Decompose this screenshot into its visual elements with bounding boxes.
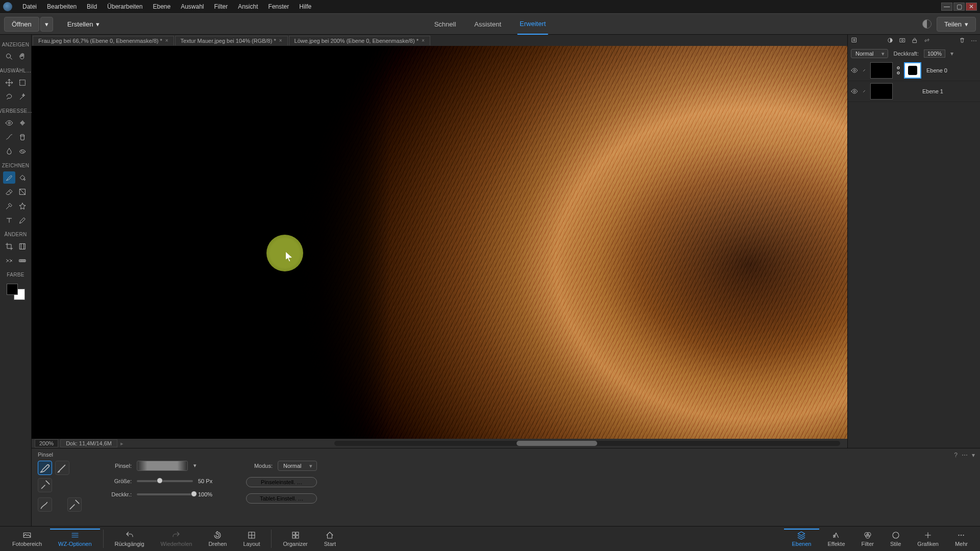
filters-tab-button[interactable]: Filter [853, 530, 882, 548]
window-maximize-button[interactable]: ▢ [953, 3, 965, 11]
menu-datei[interactable]: Datei [17, 3, 42, 10]
mode-expert[interactable]: Erweitert [518, 14, 548, 35]
opacity-slider[interactable] [137, 493, 193, 495]
crop-tool-icon[interactable] [3, 240, 15, 253]
brush-settings-button[interactable]: Pinseleinstell. … [246, 477, 317, 487]
doctab-textur[interactable]: Textur Mauer.jpeg bei 104% (RGB/8) *× [175, 36, 288, 45]
zoom-tool-icon[interactable] [3, 51, 15, 63]
open-button[interactable]: Öffnen [4, 17, 39, 32]
menu-filter[interactable]: Filter [209, 3, 233, 10]
recompose-tool-icon[interactable] [16, 240, 29, 253]
zoom-field[interactable]: 200% [35, 439, 58, 447]
brush-variant-3-icon[interactable] [38, 478, 52, 492]
link-icon[interactable] [861, 67, 867, 73]
layer-opacity-value[interactable]: 100% [924, 49, 945, 58]
close-icon[interactable]: × [279, 38, 282, 43]
brush-variant-1-icon[interactable] [38, 461, 52, 475]
clone-stamp-tool-icon[interactable] [16, 131, 29, 143]
undo-button[interactable]: Rückgängig [107, 530, 153, 548]
menu-fenster[interactable]: Fenster [263, 3, 295, 10]
sponge-tool-icon[interactable] [16, 145, 29, 158]
create-button[interactable]: Erstellen ▾ [60, 17, 107, 31]
marquee-tool-icon[interactable] [16, 77, 29, 89]
tablet-settings-button[interactable]: Tablet-Einstell. … [246, 493, 317, 504]
help-icon[interactable]: ? [954, 452, 958, 459]
brush-preset-dropdown[interactable] [137, 461, 188, 471]
link-layers-icon[interactable] [923, 37, 930, 45]
tool-options-button[interactable]: WZ-Optionen [50, 529, 100, 548]
layer-thumbnail[interactable] [870, 62, 893, 79]
mode-quick[interactable]: Schnell [432, 14, 458, 34]
new-layer-icon[interactable] [851, 37, 858, 45]
eraser-tool-icon[interactable] [3, 186, 15, 198]
layer-mask-thumbnail[interactable] [904, 62, 921, 79]
open-dropdown[interactable]: ▾ [40, 17, 53, 32]
type-tool-icon[interactable] [3, 214, 15, 227]
panel-menu-icon[interactable]: ⋯ [971, 37, 977, 44]
theme-toggle-icon[interactable] [922, 19, 932, 29]
chevron-down-icon[interactable]: ▾ [950, 50, 953, 57]
layer-mask-icon[interactable] [899, 37, 906, 45]
layers-tab-button[interactable]: Ebenen [784, 529, 820, 548]
canvas[interactable] [32, 46, 847, 439]
link-icon[interactable] [861, 88, 867, 94]
home-button[interactable]: Start [316, 530, 344, 548]
content-aware-tool-icon[interactable] [3, 255, 15, 267]
lasso-tool-icon[interactable] [3, 91, 15, 103]
chevron-right-icon[interactable]: ▸ [120, 440, 124, 447]
menu-hilfe[interactable]: Hilfe [294, 3, 316, 10]
share-button[interactable]: Teilen ▾ [937, 17, 976, 32]
styles-tab-button[interactable]: Stile [882, 530, 909, 548]
window-close-button[interactable]: ✕ [966, 3, 977, 11]
foreground-color[interactable] [7, 284, 18, 295]
size-slider[interactable] [137, 480, 193, 482]
eyedropper-tool-icon[interactable] [3, 200, 15, 212]
color-replace-brush-icon[interactable] [67, 497, 82, 512]
wand-tool-icon[interactable] [16, 91, 29, 103]
menu-ueberarbeiten[interactable]: Überarbeiten [102, 3, 148, 10]
brush-variant-2-icon[interactable] [55, 461, 69, 475]
mode-guided[interactable]: Assistent [472, 14, 503, 34]
delete-layer-icon[interactable] [959, 37, 966, 45]
layer-name[interactable]: Ebene 1 [922, 88, 943, 94]
organizer-button[interactable]: Organizer [275, 530, 315, 548]
mask-link-icon[interactable] [896, 63, 901, 78]
size-value[interactable]: 50 Px [198, 478, 220, 484]
collapse-icon[interactable]: ▾ [972, 452, 975, 459]
more-tab-button[interactable]: Mehr [947, 530, 976, 548]
menu-bearbeiten[interactable]: Bearbeiten [42, 3, 82, 10]
menu-ebene[interactable]: Ebene [148, 3, 176, 10]
layer-row-1[interactable]: Ebene 1 [848, 81, 980, 102]
paint-bucket-tool-icon[interactable] [16, 171, 29, 184]
smart-brush-tool-icon[interactable] [3, 131, 15, 143]
close-icon[interactable]: × [165, 38, 168, 43]
hand-tool-icon[interactable] [16, 51, 29, 63]
photobin-button[interactable]: Fotobereich [4, 530, 50, 548]
window-minimize-button[interactable]: — [941, 3, 952, 11]
brush-tool-icon[interactable] [3, 171, 15, 184]
opacity-value[interactable]: 100% [198, 491, 220, 497]
menu-bild[interactable]: Bild [82, 3, 102, 10]
panel-menu-icon[interactable]: ⋯ [962, 452, 968, 459]
doctab-frau[interactable]: Frau.jpeg bei 66,7% (Ebene 0, Ebenenmask… [33, 36, 174, 45]
visibility-icon[interactable] [851, 67, 858, 74]
layer-thumbnail[interactable] [870, 83, 893, 99]
adjustment-layer-icon[interactable] [887, 37, 894, 45]
blur-tool-icon[interactable] [3, 145, 15, 158]
move-tool-icon[interactable] [3, 77, 15, 89]
visibility-icon[interactable] [851, 88, 858, 95]
gradient-tool-icon[interactable] [16, 186, 29, 198]
blend-mode-dropdown[interactable]: Normal [278, 461, 317, 471]
layer-name[interactable]: Ebene 0 [926, 67, 947, 73]
shape-tool-icon[interactable] [16, 200, 29, 212]
scrollbar-thumb[interactable] [517, 441, 598, 446]
close-icon[interactable]: × [422, 38, 425, 43]
pencil-tool-icon[interactable] [16, 214, 29, 227]
impressionist-brush-icon[interactable] [38, 497, 52, 512]
graphics-tab-button[interactable]: Grafiken [909, 530, 947, 548]
doctab-loewe[interactable]: Löwe.jpeg bei 200% (Ebene 0, Ebenenmaske… [289, 36, 430, 45]
effects-tab-button[interactable]: fxEffekte [819, 530, 853, 548]
spot-heal-tool-icon[interactable] [16, 117, 29, 129]
redo-button[interactable]: Wiederholen [153, 530, 201, 548]
color-swatch[interactable] [6, 283, 26, 301]
